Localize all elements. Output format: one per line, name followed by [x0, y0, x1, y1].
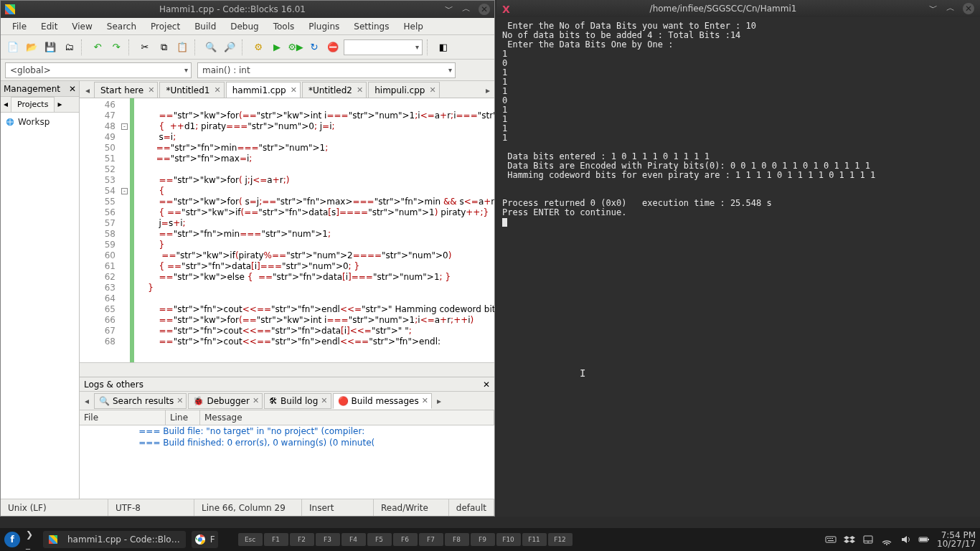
fkey-f3[interactable]: F3 — [316, 533, 340, 546]
log-tab[interactable]: 🔍Search results✕ — [94, 393, 187, 409]
logs-title-bar[interactable]: Logs & others✕ — [80, 377, 494, 392]
terminal-output[interactable]: Enter the No of Data Bits you want to En… — [496, 17, 980, 517]
management-title-bar[interactable]: Management✕ — [1, 81, 79, 97]
scope-function-combo[interactable]: main() : int — [197, 62, 456, 78]
fkey-f4[interactable]: F4 — [341, 533, 366, 546]
status-eol[interactable]: Unix (LF) — [1, 499, 108, 516]
fkey-f8[interactable]: F8 — [445, 533, 469, 546]
tab-close-icon[interactable]: ✕ — [422, 396, 428, 405]
battery-icon[interactable] — [918, 534, 930, 545]
fold-column[interactable]: -- — [120, 98, 130, 362]
undo-icon[interactable]: ↶ — [90, 39, 105, 55]
keyboard-icon[interactable] — [825, 534, 837, 545]
fkey-f6[interactable]: F6 — [393, 533, 418, 546]
maximize-icon[interactable]: ︿ — [461, 4, 471, 14]
terminal-launcher-icon[interactable]: ❯_ — [26, 534, 37, 545]
find-icon[interactable]: 🔍 — [203, 39, 219, 55]
log-tab[interactable]: 🛠Build log✕ — [264, 393, 331, 409]
tab-close-icon[interactable]: ✕ — [253, 396, 259, 405]
editor-tab-next-icon[interactable]: ▸ — [481, 83, 494, 98]
redo-icon[interactable]: ↷ — [108, 39, 124, 55]
log-tab[interactable]: 🔴Build messages✕ — [333, 393, 432, 409]
fkey-f1[interactable]: F1 — [264, 533, 288, 546]
menu-build[interactable]: Build — [187, 19, 223, 34]
tab-close-icon[interactable]: ✕ — [176, 396, 183, 405]
tab-close-icon[interactable]: ✕ — [321, 396, 327, 405]
projects-tab[interactable]: Projects — [11, 97, 55, 112]
col-message[interactable]: Message — [200, 410, 494, 425]
touchpad-icon[interactable] — [862, 534, 874, 545]
status-default[interactable]: default — [449, 499, 494, 516]
logs-close-icon[interactable]: ✕ — [483, 380, 490, 390]
editor-tab[interactable]: *Untitled1✕ — [159, 82, 224, 98]
build-run-icon[interactable]: ⚙▶ — [288, 39, 303, 55]
build-message-row[interactable]: === Build file: "no target" in "no proje… — [80, 425, 494, 437]
status-mode[interactable]: Insert — [302, 499, 374, 516]
tab-close-icon[interactable]: ✕ — [148, 85, 154, 95]
replace-icon[interactable]: 🔎 — [222, 39, 237, 55]
fkey-f12[interactable]: F12 — [548, 533, 573, 546]
code-text-area[interactable]: =="str">"kw">for(=="str">"kw">int i==="s… — [134, 98, 494, 362]
project-tree[interactable]: Worksp — [1, 113, 79, 499]
editor-tab[interactable]: *Untitled2✕ — [302, 82, 367, 98]
paste-icon[interactable]: 📋 — [174, 39, 190, 55]
fkey-f10[interactable]: F10 — [496, 533, 521, 546]
maximize-icon[interactable]: ︿ — [946, 3, 956, 13]
run-icon[interactable]: ▶ — [269, 39, 285, 55]
logs-tab-next-icon[interactable]: ▸ — [433, 396, 445, 406]
close-icon[interactable]: ✕ — [963, 3, 974, 14]
build-target-combo[interactable] — [344, 39, 423, 55]
fkey-f2[interactable]: F2 — [290, 533, 314, 546]
close-icon[interactable]: ✕ — [479, 4, 490, 15]
dropbox-icon[interactable] — [844, 534, 855, 545]
workspace-node[interactable]: Worksp — [5, 117, 75, 127]
fkey-f11[interactable]: F11 — [522, 533, 547, 546]
tab-close-icon[interactable]: ✕ — [215, 85, 221, 95]
tab-close-icon[interactable]: ✕ — [429, 85, 435, 95]
status-encoding[interactable]: UTF-8 — [108, 499, 194, 516]
fold-toggle-icon[interactable]: - — [121, 123, 128, 130]
mgmt-tab-next-icon[interactable]: ▸ — [55, 97, 65, 112]
clock[interactable]: 7:54 PM 10/27/17 — [937, 531, 976, 548]
col-file[interactable]: File — [80, 410, 166, 425]
network-icon[interactable] — [881, 534, 892, 545]
taskbar-item-chrome[interactable]: F — [192, 531, 218, 548]
build-message-row[interactable]: === Build finished: 0 error(s), 0 warnin… — [80, 437, 494, 448]
menu-edit[interactable]: Edit — [34, 19, 65, 34]
open-file-icon[interactable]: 📂 — [24, 39, 39, 55]
log-tab[interactable]: 🐞Debugger✕ — [188, 393, 263, 409]
editor-tab[interactable]: hammi1.cpp✕ — [226, 82, 301, 98]
menu-file[interactable]: File — [5, 19, 34, 34]
rebuild-icon[interactable]: ↻ — [306, 39, 322, 55]
codeblocks-titlebar[interactable]: Hammi1.cpp - Code::Blocks 16.01 ﹀ ︿ ✕ — [1, 1, 494, 18]
save-all-icon[interactable]: 🗂 — [61, 39, 77, 55]
taskbar-item-codeblocks[interactable]: hammi1.cpp - Code::Blo… — [43, 531, 186, 548]
save-icon[interactable]: 💾 — [42, 39, 58, 55]
menu-search[interactable]: Search — [100, 19, 143, 34]
tab-close-icon[interactable]: ✕ — [291, 85, 297, 95]
fold-toggle-icon[interactable]: - — [121, 188, 128, 194]
activities-icon[interactable]: f — [4, 532, 20, 547]
abort-icon[interactable]: ⛔ — [325, 39, 341, 55]
minimize-icon[interactable]: ﹀ — [928, 3, 938, 13]
build-icon[interactable]: ⚙ — [250, 39, 266, 55]
build-messages-table[interactable]: File Line Message === Build file: "no ta… — [80, 410, 494, 499]
fkey-esc[interactable]: Esc — [238, 533, 263, 546]
cut-icon[interactable]: ✂ — [137, 39, 153, 55]
col-line[interactable]: Line — [166, 410, 200, 425]
menu-project[interactable]: Project — [143, 19, 187, 34]
fkey-f9[interactable]: F9 — [471, 533, 495, 546]
new-file-icon[interactable]: 📄 — [5, 39, 21, 55]
volume-icon[interactable] — [900, 534, 911, 545]
minimize-icon[interactable]: ﹀ — [444, 4, 454, 14]
toggle-comment-icon[interactable]: ◧ — [435, 39, 451, 55]
code-editor[interactable]: 4647484950515253545556575859606162636465… — [80, 98, 494, 362]
menu-view[interactable]: View — [65, 19, 99, 34]
copy-icon[interactable]: ⧉ — [156, 39, 171, 55]
menu-help[interactable]: Help — [396, 19, 430, 34]
terminal-titlebar[interactable]: X /home/infiee/SGGSCC/Cn/Hammi1 ﹀ ︿ ✕ — [496, 0, 980, 17]
menu-settings[interactable]: Settings — [347, 19, 396, 34]
horizontal-scrollbar[interactable] — [80, 362, 494, 374]
fkey-f7[interactable]: F7 — [419, 533, 443, 546]
menu-plugins[interactable]: Plugins — [301, 19, 347, 34]
